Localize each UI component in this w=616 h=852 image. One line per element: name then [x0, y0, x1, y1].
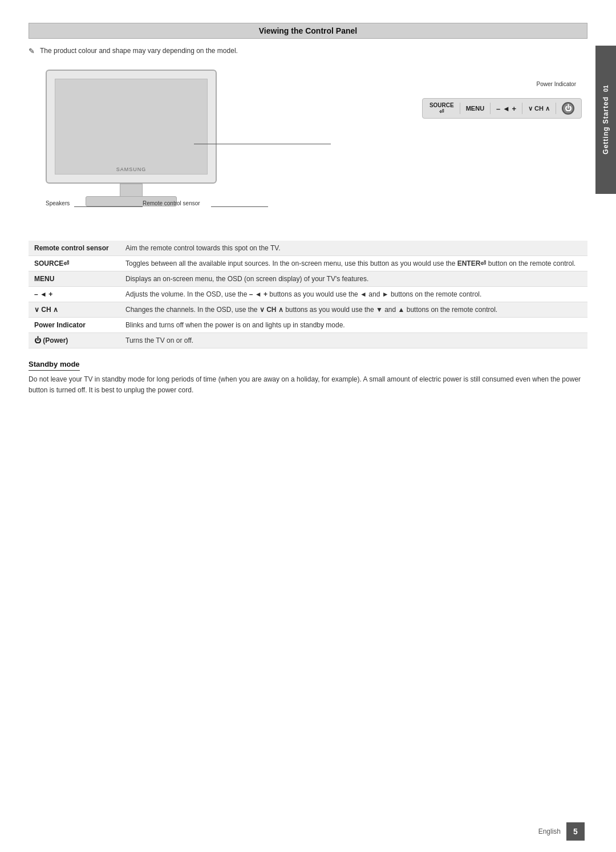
table-cell-label: – ◄ +	[29, 287, 120, 302]
table-cell-description: Blinks and turns off when the power is o…	[120, 318, 587, 333]
standby-section: Standby mode Do not leave your TV in sta…	[29, 360, 587, 396]
table-cell-description: Aim the remote control towards this spot…	[120, 241, 587, 256]
table-row: Remote control sensorAim the remote cont…	[29, 241, 587, 256]
table-row: SOURCE⏎Toggles between all the available…	[29, 256, 587, 271]
table-cell-description: Turns the TV on or off.	[120, 333, 587, 348]
note-text: The product colour and shape may vary de…	[29, 47, 587, 55]
tv-stand-neck	[120, 184, 143, 197]
speakers-label: Speakers	[46, 200, 70, 206]
speakers-line	[74, 206, 143, 207]
table-cell-label: MENU	[29, 271, 120, 287]
section-title: Viewing the Control Panel	[259, 26, 357, 35]
section-title-bar: Viewing the Control Panel	[29, 23, 587, 39]
table-cell-label: Power Indicator	[29, 318, 120, 333]
remote-sensor-line	[211, 206, 268, 207]
main-content: Viewing the Control Panel The product co…	[29, 23, 587, 829]
tv-illustration: SAMSUNG	[46, 70, 240, 206]
table-cell-label: Remote control sensor	[29, 241, 120, 256]
menu-control: MENU	[466, 105, 484, 112]
tv-screen-inner	[55, 79, 208, 175]
table-row: – ◄ +Adjusts the volume. In the OSD, use…	[29, 287, 587, 302]
power-button[interactable]: ⏻	[562, 102, 574, 115]
footer: English 5	[538, 822, 585, 841]
side-tab-number: 01	[602, 85, 609, 92]
remote-sensor-bottom-label: Remote control sensor	[143, 200, 200, 206]
separator-2	[490, 103, 491, 114]
table-cell-label: ⏻ (Power)	[29, 333, 120, 348]
standby-text: Do not leave your TV in standby mode for…	[29, 374, 587, 396]
table-cell-description: Changes the channels. In the OSD, use th…	[120, 302, 587, 318]
tv-screen-outer: SAMSUNG	[46, 70, 217, 184]
power-icon: ⏻	[565, 104, 572, 112]
volume-control: – ◄ +	[496, 104, 516, 113]
separator-3	[522, 103, 522, 114]
table-row: ⏻ (Power)Turns the TV on or off.	[29, 333, 587, 348]
channel-control: ∨ CH ∧	[528, 105, 550, 112]
separator-4	[556, 103, 556, 114]
standby-title: Standby mode	[29, 360, 80, 371]
footer-language: English	[538, 827, 561, 835]
footer-page-number: 5	[566, 822, 585, 841]
table-cell-label: SOURCE⏎	[29, 256, 120, 271]
table-row: MENUDisplays an on-screen menu, the OSD …	[29, 271, 587, 287]
connector-line	[194, 144, 331, 144]
separator-1	[460, 103, 460, 114]
side-tab: 01 Getting Started	[595, 46, 616, 194]
table-cell-description: Adjusts the volume. In the OSD, use the …	[120, 287, 587, 302]
power-indicator-label: Power Indicator	[537, 81, 576, 87]
control-panel: SOURCE ⏎ MENU – ◄ + ∨ CH ∧ ⏻	[422, 98, 582, 119]
source-icon: ⏎	[439, 108, 444, 115]
table-cell-description: Toggles between all the available input …	[120, 256, 587, 271]
source-control: SOURCE ⏎	[429, 102, 454, 115]
samsung-label: SAMSUNG	[116, 167, 147, 172]
table-cell-label: ∨ CH ∧	[29, 302, 120, 318]
table-row: ∨ CH ∧Changes the channels. In the OSD, …	[29, 302, 587, 318]
table-cell-description: Displays an on-screen menu, the OSD (on …	[120, 271, 587, 287]
diagram-area: SAMSUNG Speakers Remote control sensor P…	[29, 64, 587, 229]
info-table: Remote control sensorAim the remote cont…	[29, 241, 587, 348]
source-label: SOURCE	[429, 102, 454, 108]
side-tab-text: Getting Started	[602, 96, 610, 155]
control-buttons-row: SOURCE ⏎ MENU – ◄ + ∨ CH ∧ ⏻	[422, 98, 582, 119]
table-row: Power IndicatorBlinks and turns off when…	[29, 318, 587, 333]
